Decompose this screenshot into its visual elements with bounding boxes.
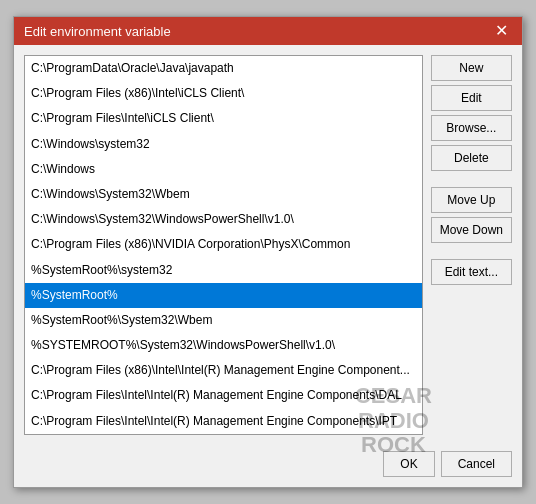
edit-text-button[interactable]: Edit text... (431, 259, 512, 285)
list-item[interactable]: %SystemRoot%\System32\Wbem (25, 308, 422, 333)
list-item[interactable]: C:\Program Files (x86)\Intel\Intel(R) Ma… (25, 434, 422, 435)
list-item[interactable]: C:\Program Files\Intel\Intel(R) Manageme… (25, 409, 422, 434)
list-item[interactable]: %SYSTEMROOT%\System32\WindowsPowerShell\… (25, 333, 422, 358)
move-up-button[interactable]: Move Up (431, 187, 512, 213)
delete-button[interactable]: Delete (431, 145, 512, 171)
dialog-footer: Cesar Radio Rock OK Cancel (14, 445, 522, 487)
list-item[interactable]: C:\Program Files\Intel\iCLS Client\ (25, 106, 422, 131)
list-item[interactable]: C:\Program Files (x86)\NVIDIA Corporatio… (25, 232, 422, 257)
list-item[interactable]: C:\Windows\System32\Wbem (25, 182, 422, 207)
env-variable-list[interactable]: C:\ProgramData\Oracle\Java\javapathC:\Pr… (24, 55, 423, 435)
list-item[interactable]: %SystemRoot%\system32 (25, 258, 422, 283)
new-button[interactable]: New (431, 55, 512, 81)
list-item[interactable]: C:\ProgramData\Oracle\Java\javapath (25, 56, 422, 81)
list-item[interactable]: C:\Program Files (x86)\Intel\iCLS Client… (25, 81, 422, 106)
edit-env-variable-dialog: Edit environment variable ✕ C:\ProgramDa… (13, 16, 523, 488)
edit-button[interactable]: Edit (431, 85, 512, 111)
ok-button[interactable]: OK (383, 451, 434, 477)
list-item[interactable]: C:\Windows\System32\WindowsPowerShell\v1… (25, 207, 422, 232)
browse-button[interactable]: Browse... (431, 115, 512, 141)
button-panel: New Edit Browse... Delete Move Up Move D… (431, 55, 512, 435)
list-item[interactable]: %SystemRoot% (25, 283, 422, 308)
list-item[interactable]: C:\Program Files (x86)\Intel\Intel(R) Ma… (25, 358, 422, 383)
list-item[interactable]: C:\Windows (25, 157, 422, 182)
title-bar: Edit environment variable ✕ (14, 17, 522, 45)
list-item[interactable]: C:\Windows\system32 (25, 132, 422, 157)
dialog-title: Edit environment variable (24, 24, 171, 39)
cancel-button[interactable]: Cancel (441, 451, 512, 477)
move-down-button[interactable]: Move Down (431, 217, 512, 243)
close-button[interactable]: ✕ (491, 23, 512, 39)
dialog-body: C:\ProgramData\Oracle\Java\javapathC:\Pr… (14, 45, 522, 445)
list-item[interactable]: C:\Program Files\Intel\Intel(R) Manageme… (25, 383, 422, 408)
